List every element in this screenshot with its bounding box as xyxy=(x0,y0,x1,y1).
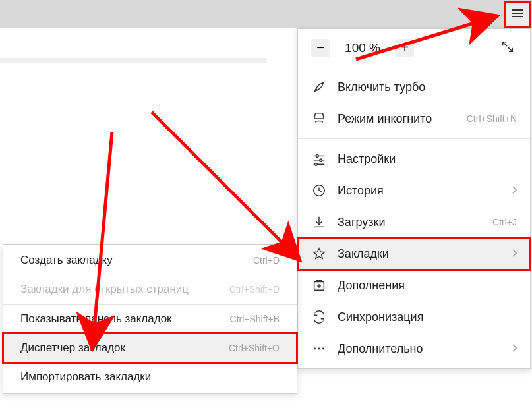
zoom-value: 100 % xyxy=(336,41,389,55)
menu-shortcut: Ctrl+J xyxy=(492,217,517,227)
fullscreen-icon xyxy=(500,40,515,57)
menu-label: Включить турбо xyxy=(338,80,517,94)
hamburger-icon xyxy=(512,9,523,20)
menu-label: Дополнительно xyxy=(338,342,506,356)
menu-item-more[interactable]: Дополнительно xyxy=(298,333,530,365)
zoom-in-button[interactable]: + xyxy=(396,39,414,57)
menu-button[interactable] xyxy=(504,1,531,28)
menu-label: История xyxy=(338,184,506,198)
browser-topbar xyxy=(0,0,532,28)
incognito-icon xyxy=(311,111,327,127)
menu-label: Дополнения xyxy=(338,279,517,293)
menu-label: Настройки xyxy=(338,152,517,166)
sub-shortcut: Ctrl+D xyxy=(253,255,280,266)
sub-shortcut: Ctrl+Shift+B xyxy=(230,314,280,324)
history-icon xyxy=(311,183,327,198)
settings-icon xyxy=(311,151,327,167)
sync-icon xyxy=(311,309,327,325)
svg-point-12 xyxy=(318,348,320,350)
sub-item-create-bookmark[interactable]: Создать закладку Ctrl+D xyxy=(3,246,297,275)
sub-item-import-bookmarks[interactable]: Импортировать закладки xyxy=(3,363,297,392)
menu-item-downloads[interactable]: Загрузки Ctrl+J xyxy=(298,206,530,238)
more-icon xyxy=(311,341,327,357)
menu-item-history[interactable]: История xyxy=(298,175,530,206)
bookmarks-submenu: Создать закладку Ctrl+D Закладки для отк… xyxy=(3,244,297,394)
chevron-right-icon xyxy=(512,248,517,260)
svg-point-13 xyxy=(322,348,324,350)
main-menu: − 100 % + Включить турбо Режим инкогнито… xyxy=(297,28,531,369)
sub-label: Импортировать закладки xyxy=(20,370,280,384)
menu-item-settings[interactable]: Настройки xyxy=(298,143,530,175)
sub-shortcut: Ctrl+Shift+D xyxy=(229,284,280,295)
download-icon xyxy=(311,214,327,230)
menu-item-sync[interactable]: Синхронизация xyxy=(298,301,530,333)
fullscreen-button[interactable] xyxy=(498,39,517,57)
addons-icon xyxy=(311,278,327,293)
svg-point-4 xyxy=(316,155,318,158)
svg-point-6 xyxy=(320,159,322,162)
zoom-out-button[interactable]: − xyxy=(311,39,330,57)
svg-point-11 xyxy=(314,348,316,350)
menu-item-bookmarks[interactable]: Закладки xyxy=(298,238,530,270)
menu-label: Синхронизация xyxy=(338,310,517,324)
plus-icon: + xyxy=(401,40,409,55)
menu-item-addons[interactable]: Дополнения xyxy=(298,270,530,301)
menu-label: Загрузки xyxy=(338,216,487,229)
sub-label: Показывать панель закладок xyxy=(20,312,230,326)
menu-item-incognito[interactable]: Режим инкогнито Ctrl+Shift+N xyxy=(298,103,530,134)
star-icon xyxy=(311,246,327,262)
svg-point-8 xyxy=(315,163,318,165)
menu-item-turbo[interactable]: Включить турбо xyxy=(298,71,530,103)
sub-label: Создать закладку xyxy=(20,254,253,267)
chevron-right-icon xyxy=(512,185,517,196)
sub-item-bookmark-manager[interactable]: Диспетчер закладок Ctrl+Shift+O xyxy=(3,334,297,363)
zoom-row: − 100 % + xyxy=(298,29,530,67)
sub-label: Закладки для открытых страниц xyxy=(20,283,229,296)
sub-label: Диспетчер закладок xyxy=(20,341,229,355)
sub-item-show-bookmarks-bar[interactable]: Показывать панель закладок Ctrl+Shift+B xyxy=(3,305,297,334)
menu-label: Закладки xyxy=(338,247,506,261)
sub-shortcut: Ctrl+Shift+O xyxy=(229,343,280,353)
minus-icon: − xyxy=(316,40,324,55)
sub-item-bookmark-open-pages: Закладки для открытых страниц Ctrl+Shift… xyxy=(3,275,297,304)
rocket-icon xyxy=(311,79,327,95)
chevron-right-icon xyxy=(512,343,517,355)
menu-label: Режим инкогнито xyxy=(338,112,461,126)
menu-shortcut: Ctrl+Shift+N xyxy=(467,113,517,124)
